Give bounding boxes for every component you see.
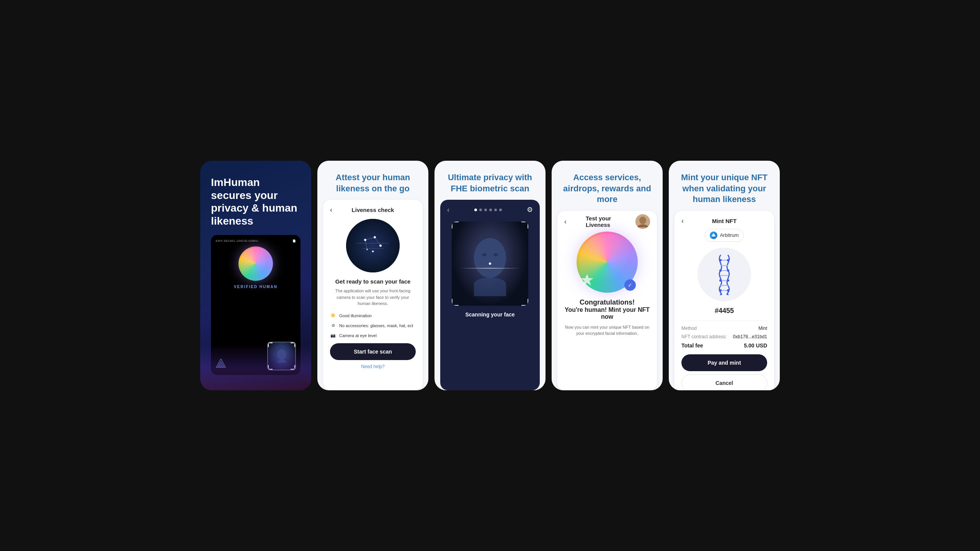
panel3-content: ‹ ⚙ [440, 200, 540, 390]
svg-line-9 [375, 237, 381, 246]
panel4-content: ‹ Test your Liveness ✓ [557, 211, 657, 390]
nav-dot-6 [499, 209, 502, 211]
scan-corner-bl [452, 299, 459, 306]
sun-icon: ☀️ [330, 313, 336, 319]
verified-label: VERIFIED HUMAN [216, 285, 296, 289]
total-label: Total fee [681, 342, 703, 349]
panel3-header: Ultimate privacy with FHE biometric scan [434, 161, 546, 200]
scan-corner-tl [452, 222, 459, 228]
svg-point-29 [727, 279, 729, 282]
nav-dot-5 [494, 209, 497, 211]
panel4-header: Access services, airdrops, rewards and m… [552, 161, 663, 211]
camera-icon: 📷 [330, 333, 336, 339]
contract-row: NFT contract address: 0xb178...e31bd1 [681, 334, 767, 339]
svg-point-24 [719, 259, 722, 261]
panel3-nav: ‹ ⚙ [440, 200, 540, 218]
panel-success: Access services, airdrops, rewards and m… [552, 161, 663, 390]
nft-details: Method Mint NFT contract address: 0xb178… [681, 321, 767, 390]
panel-mint: Mint your unique NFT when validating you… [669, 161, 780, 390]
panel2-subtitle: Get ready to scan your face [330, 278, 416, 285]
svg-point-27 [727, 269, 729, 272]
success-check-icon: ✓ [624, 279, 636, 291]
checklist-item-2: ⊘ No accessories: glasses, mask, hat, ec… [330, 323, 416, 329]
svg-point-30 [719, 289, 722, 292]
svg-point-31 [727, 289, 729, 292]
panel2-header: Attest your human likeness on the go [317, 161, 428, 200]
panel5-back-button[interactable]: ‹ [681, 217, 684, 225]
total-value: 5.00 USD [744, 342, 767, 349]
congrats-desc: Now you can mint your unique NFT based o… [564, 324, 650, 337]
settings-icon[interactable]: ⚙ [527, 205, 533, 214]
panel1-card-header: A4F4 SDCA01-JJHGJD-HJMHJ 📄 [216, 240, 296, 243]
panel5-content: ‹ Mint NFT Arbitrum [675, 211, 774, 390]
arbitrum-label: Arbitrum [720, 232, 738, 238]
origami-decoration [580, 273, 594, 289]
dna-container [697, 248, 751, 301]
panel-liveness: Attest your human likeness on the go ‹ L… [317, 161, 428, 390]
arbitrum-badge: Arbitrum [705, 229, 743, 242]
svg-point-6 [372, 251, 374, 253]
panel3-caption: Scanning your face [440, 311, 540, 318]
panel4-nav: ‹ Test your Liveness [564, 218, 650, 226]
panel2-content: ‹ Liveness check [323, 200, 423, 390]
checklist-label-1: Good illumination [339, 313, 372, 318]
method-row: Method Mint [681, 326, 767, 331]
panel3-back-button[interactable]: ‹ [447, 206, 449, 214]
panel2-desc: The application will use your front-faci… [330, 288, 416, 307]
checklist-label-2: No accessories: glasses, mask, hat, ect [339, 323, 413, 328]
total-row: Total fee 5.00 USD [681, 342, 767, 349]
checklist-label-3: Camera at eye level [339, 333, 377, 338]
svg-marker-16 [581, 274, 593, 285]
panel-scanning: Ultimate privacy with FHE biometric scan… [434, 161, 546, 390]
nav-dot-4 [489, 209, 492, 211]
method-value: Mint [758, 326, 767, 331]
panel5-nav-title: Mint NFT [712, 218, 737, 224]
checklist-item-3: 📷 Camera at eye level [330, 333, 416, 339]
panel2-nav-title: Liveness check [352, 207, 394, 213]
no-accessories-icon: ⊘ [330, 323, 336, 329]
back-button[interactable]: ‹ [330, 206, 332, 214]
success-orb: ✓ [577, 231, 638, 293]
nav-dot-2 [479, 209, 482, 211]
svg-point-25 [727, 259, 729, 261]
checklist-item-1: ☀️ Good illumination [330, 313, 416, 319]
need-help-link[interactable]: Need help? [330, 364, 416, 369]
contract-value: 0xb178...e31bd1 [733, 334, 767, 339]
face-circle [346, 219, 400, 272]
nav-dot-1 [474, 209, 477, 211]
congrats-title: Congratulations! [580, 298, 635, 306]
panel4-nav-title: Test your Liveness [586, 215, 629, 228]
svg-point-28 [719, 279, 722, 282]
user-avatar [635, 214, 650, 229]
panel1-title: ImHuman secures your privacy & human lik… [211, 176, 301, 227]
svg-point-26 [719, 269, 722, 272]
scan-line [459, 268, 521, 269]
scanning-area [452, 222, 528, 306]
panel-intro: ImHuman secures your privacy & human lik… [200, 161, 311, 390]
panels-container: ImHuman secures your privacy & human lik… [186, 0, 794, 551]
method-label: Method [681, 326, 697, 331]
panel2-nav: ‹ Liveness check [330, 207, 416, 213]
nav-dot-3 [484, 209, 487, 211]
nft-id: #4455 [681, 307, 767, 315]
nav-dots [474, 209, 502, 211]
arbitrum-logo [710, 231, 717, 239]
svg-line-8 [365, 237, 375, 240]
start-face-scan-button[interactable]: Start face scan [330, 343, 416, 360]
scan-corner-tr [521, 222, 528, 228]
scan-corner-br [521, 299, 528, 306]
pay-mint-button[interactable]: Pay and mint [681, 354, 767, 371]
panel1-orb [238, 246, 273, 281]
panel4-back-button[interactable]: ‹ [564, 218, 567, 226]
panel5-header: Mint your unique NFT when validating you… [669, 161, 780, 211]
scan-center-dot [489, 262, 491, 265]
svg-point-15 [639, 217, 646, 224]
contract-label: NFT contract address: [681, 334, 727, 339]
congrats-subtitle: You're human! Mint your NFT now [564, 306, 650, 320]
face-circle-inner [346, 219, 400, 272]
panel5-nav: ‹ Mint NFT [681, 218, 767, 224]
cancel-button[interactable]: Cancel [681, 374, 767, 390]
bottom-gradient [200, 344, 311, 390]
